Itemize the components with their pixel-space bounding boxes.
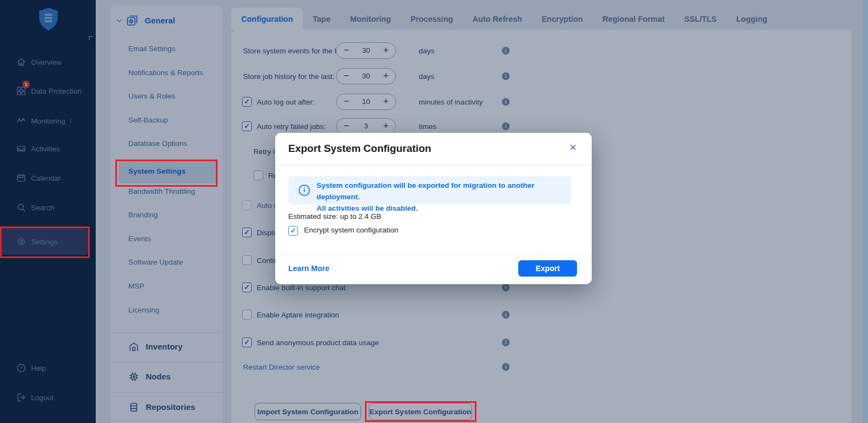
- checkbox-encrypt-configuration[interactable]: [288, 226, 298, 236]
- estimated-size-text: Estimated size: up to 2.4 GB: [288, 212, 381, 220]
- annotation-box-settings: [0, 226, 90, 258]
- modal-info-banner: System configuration will be exported fo…: [288, 176, 571, 205]
- modal-title: Export System Configuration: [288, 143, 431, 155]
- modal-export-button[interactable]: Export: [518, 260, 577, 277]
- encrypt-label: Encrypt system configuration: [304, 226, 398, 234]
- divider: [275, 164, 592, 165]
- export-system-configuration-modal: Export System Configuration × System con…: [275, 133, 592, 284]
- page-scrollbar[interactable]: [863, 0, 868, 423]
- close-icon[interactable]: ×: [569, 140, 576, 155]
- info-line-1: System configuration will be exported fo…: [317, 180, 567, 203]
- annotation-box-export-button: [365, 401, 476, 422]
- app-screen: Overview 1 Data Protection Monitoring Ac…: [0, 0, 868, 423]
- learn-more-link[interactable]: Learn More: [288, 264, 329, 273]
- annotation-box-system-settings: [115, 160, 218, 187]
- info-banner-text: System configuration will be exported fo…: [317, 180, 567, 214]
- divider: [275, 254, 592, 255]
- info-circle-icon: [299, 185, 310, 196]
